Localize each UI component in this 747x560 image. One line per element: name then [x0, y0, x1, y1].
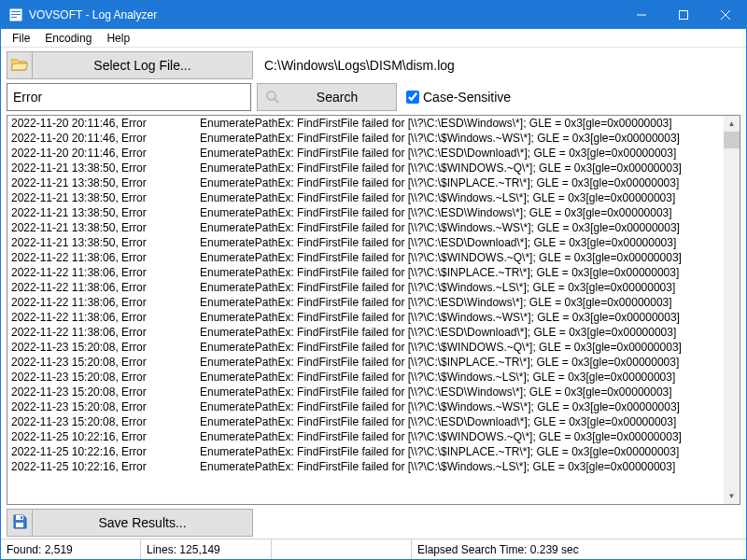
log-message: EnumeratePathEx: FindFirstFile failed fo…: [200, 131, 724, 146]
save-results-button[interactable]: Save Results...: [33, 509, 253, 537]
svg-rect-11: [21, 516, 22, 519]
log-line[interactable]: 2022-11-22 11:38:06, ErrorEnumeratePathE…: [7, 250, 724, 265]
log-message: EnumeratePathEx: FindFirstFile failed fo…: [200, 280, 724, 295]
results-list[interactable]: 2022-11-20 20:11:46, ErrorEnumeratePathE…: [7, 116, 724, 504]
case-sensitive-label: Case-Sensitive: [423, 90, 511, 105]
log-timestamp: 2022-11-25 10:22:16, Error: [7, 459, 200, 474]
log-line[interactable]: 2022-11-23 15:20:08, ErrorEnumeratePathE…: [7, 399, 724, 414]
log-line[interactable]: 2022-11-25 10:22:16, ErrorEnumeratePathE…: [7, 459, 724, 474]
log-line[interactable]: 2022-11-23 15:20:08, ErrorEnumeratePathE…: [7, 414, 724, 429]
log-message: EnumeratePathEx: FindFirstFile failed fo…: [200, 414, 724, 429]
log-timestamp: 2022-11-21 13:38:50, Error: [7, 175, 200, 190]
log-line[interactable]: 2022-11-22 11:38:06, ErrorEnumeratePathE…: [7, 265, 724, 280]
scroll-thumb[interactable]: [724, 132, 740, 148]
log-message: EnumeratePathEx: FindFirstFile failed fo…: [200, 175, 724, 190]
svg-rect-5: [679, 11, 687, 20]
log-timestamp: 2022-11-22 11:38:06, Error: [7, 325, 200, 340]
log-line[interactable]: 2022-11-22 11:38:06, ErrorEnumeratePathE…: [7, 295, 724, 310]
log-line[interactable]: 2022-11-20 20:11:46, ErrorEnumeratePathE…: [7, 116, 724, 131]
log-message: EnumeratePathEx: FindFirstFile failed fo…: [200, 325, 724, 340]
svg-line-9: [275, 99, 278, 103]
menu-help[interactable]: Help: [99, 30, 137, 47]
log-timestamp: 2022-11-21 13:38:50, Error: [7, 161, 200, 175]
status-spacer: [272, 539, 412, 559]
search-input[interactable]: [7, 83, 251, 111]
log-line[interactable]: 2022-11-25 10:22:16, ErrorEnumeratePathE…: [7, 444, 724, 459]
log-line[interactable]: 2022-11-21 13:38:50, ErrorEnumeratePathE…: [7, 205, 724, 220]
log-timestamp: 2022-11-23 15:20:08, Error: [7, 399, 200, 414]
log-line[interactable]: 2022-11-25 10:22:16, ErrorEnumeratePathE…: [7, 429, 724, 444]
log-message: EnumeratePathEx: FindFirstFile failed fo…: [200, 146, 724, 161]
log-line[interactable]: 2022-11-22 11:38:06, ErrorEnumeratePathE…: [7, 280, 724, 295]
log-timestamp: 2022-11-23 15:20:08, Error: [7, 355, 200, 370]
log-line[interactable]: 2022-11-22 11:38:06, ErrorEnumeratePathE…: [7, 310, 724, 325]
log-timestamp: 2022-11-23 15:20:08, Error: [7, 414, 200, 429]
log-message: EnumeratePathEx: FindFirstFile failed fo…: [200, 355, 724, 370]
search-icon: [258, 90, 288, 105]
log-message: EnumeratePathEx: FindFirstFile failed fo…: [200, 205, 724, 220]
case-sensitive-checkbox[interactable]: Case-Sensitive: [402, 83, 511, 111]
log-message: EnumeratePathEx: FindFirstFile failed fo…: [200, 399, 724, 414]
log-timestamp: 2022-11-23 15:20:08, Error: [7, 340, 200, 355]
close-button[interactable]: [704, 1, 746, 29]
window-title: VOVSOFT - Log Analyzer: [29, 8, 620, 21]
log-line[interactable]: 2022-11-23 15:20:08, ErrorEnumeratePathE…: [7, 355, 724, 370]
maximize-button[interactable]: [662, 1, 704, 29]
save-icon: [12, 514, 27, 532]
select-log-file-button[interactable]: Select Log File...: [33, 51, 253, 79]
log-message: EnumeratePathEx: FindFirstFile failed fo…: [200, 235, 724, 250]
log-timestamp: 2022-11-25 10:22:16, Error: [7, 429, 200, 444]
log-timestamp: 2022-11-20 20:11:46, Error: [7, 146, 200, 161]
svg-rect-2: [11, 14, 21, 15]
log-message: EnumeratePathEx: FindFirstFile failed fo…: [200, 370, 724, 385]
log-line[interactable]: 2022-11-20 20:11:46, ErrorEnumeratePathE…: [7, 146, 724, 161]
save-icon-button[interactable]: [7, 509, 33, 537]
scroll-up-arrow[interactable]: ▲: [724, 116, 740, 132]
log-timestamp: 2022-11-21 13:38:50, Error: [7, 235, 200, 250]
log-message: EnumeratePathEx: FindFirstFile failed fo…: [200, 459, 724, 474]
log-message: EnumeratePathEx: FindFirstFile failed fo…: [200, 340, 724, 355]
log-timestamp: 2022-11-20 20:11:46, Error: [7, 131, 200, 146]
log-line[interactable]: 2022-11-21 13:38:50, ErrorEnumeratePathE…: [7, 190, 724, 205]
search-button-label: Search: [288, 90, 396, 105]
log-timestamp: 2022-11-21 13:38:50, Error: [7, 220, 200, 235]
log-message: EnumeratePathEx: FindFirstFile failed fo…: [200, 385, 724, 399]
vertical-scrollbar[interactable]: ▲ ▼: [724, 116, 740, 504]
log-message: EnumeratePathEx: FindFirstFile failed fo…: [200, 295, 724, 310]
log-line[interactable]: 2022-11-21 13:38:50, ErrorEnumeratePathE…: [7, 161, 724, 175]
minimize-button[interactable]: [620, 1, 662, 29]
log-line[interactable]: 2022-11-22 11:38:06, ErrorEnumeratePathE…: [7, 325, 724, 340]
log-timestamp: 2022-11-22 11:38:06, Error: [7, 280, 200, 295]
log-timestamp: 2022-11-23 15:20:08, Error: [7, 385, 200, 399]
log-line[interactable]: 2022-11-20 20:11:46, ErrorEnumeratePathE…: [7, 131, 724, 146]
svg-rect-12: [16, 523, 23, 527]
log-message: EnumeratePathEx: FindFirstFile failed fo…: [200, 429, 724, 444]
search-button[interactable]: Search: [257, 83, 397, 111]
log-message: EnumeratePathEx: FindFirstFile failed fo…: [200, 190, 724, 205]
log-timestamp: 2022-11-21 13:38:50, Error: [7, 190, 200, 205]
open-folder-button[interactable]: [7, 51, 33, 79]
file-path-label: C:\Windows\Logs\DISM\dism.log: [253, 51, 740, 79]
case-sensitive-input[interactable]: [406, 91, 419, 104]
log-line[interactable]: 2022-11-23 15:20:08, ErrorEnumeratePathE…: [7, 340, 724, 355]
menubar: File Encoding Help: [1, 29, 746, 48]
log-line[interactable]: 2022-11-21 13:38:50, ErrorEnumeratePathE…: [7, 220, 724, 235]
menu-encoding[interactable]: Encoding: [37, 30, 99, 47]
svg-rect-3: [11, 17, 17, 18]
log-message: EnumeratePathEx: FindFirstFile failed fo…: [200, 220, 724, 235]
toolbar-save-row: Save Results...: [1, 505, 746, 539]
svg-point-8: [267, 91, 275, 100]
scroll-track[interactable]: [724, 132, 740, 488]
status-found: Found: 2,519: [1, 539, 141, 559]
status-lines: Lines: 125,149: [141, 539, 272, 559]
log-line[interactable]: 2022-11-23 15:20:08, ErrorEnumeratePathE…: [7, 370, 724, 385]
log-line[interactable]: 2022-11-21 13:38:50, ErrorEnumeratePathE…: [7, 175, 724, 190]
log-line[interactable]: 2022-11-21 13:38:50, ErrorEnumeratePathE…: [7, 235, 724, 250]
log-message: EnumeratePathEx: FindFirstFile failed fo…: [200, 310, 724, 325]
log-message: EnumeratePathEx: FindFirstFile failed fo…: [200, 250, 724, 265]
log-timestamp: 2022-11-22 11:38:06, Error: [7, 250, 200, 265]
log-line[interactable]: 2022-11-23 15:20:08, ErrorEnumeratePathE…: [7, 385, 724, 399]
log-message: EnumeratePathEx: FindFirstFile failed fo…: [200, 116, 724, 131]
scroll-down-arrow[interactable]: ▼: [724, 488, 740, 504]
menu-file[interactable]: File: [5, 30, 37, 47]
